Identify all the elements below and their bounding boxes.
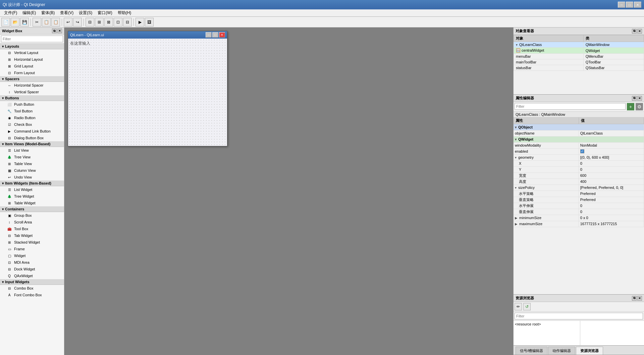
layout-v-button[interactable]: ⊞ — [95, 18, 104, 27]
resource-close-button[interactable]: ✕ — [637, 296, 642, 301]
prop-value-cell[interactable]: Preferred — [579, 197, 644, 203]
prop-value-cell[interactable]: 0 x 0 — [579, 215, 644, 221]
resource-float-button[interactable]: ⧉ — [632, 296, 637, 301]
widget-box-float-button[interactable]: ⧉ — [52, 29, 57, 33]
table-row[interactable]: enabled ✓ — [514, 148, 644, 154]
widget-item-list-view[interactable]: ☰ List View — [0, 147, 64, 154]
widget-item-dialog-button-box[interactable]: ⊟ Dialog Button Box — [0, 135, 64, 141]
widget-item-combo-box[interactable]: ⊟ Combo Box — [0, 285, 64, 292]
widget-item-grid-layout[interactable]: ⊠ Grid Layout — [0, 63, 64, 69]
table-row[interactable]: 🪟 centralWidget QWidget — [514, 48, 644, 54]
section-spacers[interactable]: Spacers — [0, 76, 64, 82]
section-item-views[interactable]: Item Views (Model-Based) — [0, 141, 64, 147]
widget-item-check-box[interactable]: ☑ Check Box — [0, 121, 64, 128]
widget-item-vertical-layout[interactable]: ⊟ Vertical Layout — [0, 49, 64, 56]
prop-value-cell[interactable]: 16777215 x 16777215 — [579, 221, 644, 227]
prop-value-cell[interactable]: ✓ — [579, 148, 644, 154]
widget-item-form-layout[interactable]: ⊡ Form Layout — [0, 69, 64, 76]
new-button[interactable]: 📄 — [1, 18, 10, 27]
undo-button[interactable]: ↩ — [64, 18, 72, 27]
prop-value-cell[interactable]: 0 — [579, 166, 644, 172]
widget-item-dock-widget[interactable]: ⊟ Dock Widget — [0, 266, 64, 272]
paste-button[interactable]: 📋 — [51, 18, 60, 27]
resource-edit-button[interactable]: ✏ — [515, 303, 522, 310]
save-button[interactable]: 💾 — [20, 18, 29, 27]
table-row[interactable]: objectName QtLearnClass — [514, 130, 644, 136]
widget-item-tab-widget[interactable]: ⊟ Tab Widget — [0, 232, 64, 239]
layout-h-button[interactable]: ⊟ — [86, 18, 94, 27]
layout-g-button[interactable]: ⊠ — [104, 18, 113, 27]
menu-item-s[interactable]: 设置(S) — [76, 9, 95, 16]
widget-item-push-button[interactable]: ⬜ Push Button — [0, 101, 64, 108]
widget-item-horizontal-spacer[interactable]: ↔ Horizontal Spacer — [0, 82, 64, 89]
widget-item-tree-widget[interactable]: 🌲 Tree Widget — [0, 193, 64, 200]
table-row[interactable]: mainToolBar QToolBar — [514, 59, 644, 65]
widget-item-table-view[interactable]: ⊞ Table View — [0, 160, 64, 167]
tab-resource-browser[interactable]: 资源浏览器 — [576, 347, 603, 355]
prop-value-cell[interactable]: Preferred — [579, 191, 644, 197]
design-canvas[interactable]: QtLearn - QtLearn.ui ─ □ ✕ 在这里输入 — [64, 28, 513, 355]
minimize-button[interactable]: ─ — [618, 2, 625, 8]
table-row[interactable]: ▾ QtLearnClass QMainWindow — [514, 42, 644, 48]
properties-add-button[interactable]: + — [627, 103, 634, 110]
prop-value-cell[interactable]: NonModal — [579, 142, 644, 148]
table-row[interactable]: X 0 — [514, 160, 644, 166]
tab-action-editor[interactable]: 动作编辑器 — [548, 347, 575, 355]
menu-item-b[interactable]: 窗体(B) — [39, 9, 57, 16]
table-row[interactable]: Y 0 — [514, 166, 644, 172]
widget-item-vertical-spacer[interactable]: ↕ Vertical Spacer — [0, 89, 64, 95]
widget-item-tree-view[interactable]: 🌲 Tree View — [0, 154, 64, 160]
widget-box-close-button[interactable]: ✕ — [57, 29, 62, 33]
widget-item-horizontal-layout[interactable]: ⊞ Horizontal Layout — [0, 56, 64, 63]
table-row[interactable]: 垂直伸展 0 — [514, 209, 644, 215]
obj-inspector-close-button[interactable]: ✕ — [637, 29, 642, 34]
redo-button[interactable]: ↪ — [73, 18, 82, 27]
widget-item-tool-box[interactable]: 🧰 Tool Box — [0, 225, 64, 232]
menu-item-f[interactable]: 文件(F) — [1, 9, 20, 16]
widget-box-filter-input[interactable] — [1, 36, 63, 42]
table-row[interactable]: 水平策略 Preferred — [514, 191, 644, 197]
properties-config-button[interactable]: ⚙ — [636, 103, 643, 110]
tab-signal-slot[interactable]: 信号/槽编辑器 — [516, 347, 547, 355]
widget-item-tool-button[interactable]: 🔧 Tool Button — [0, 108, 64, 114]
table-row[interactable]: 高度 400 — [514, 179, 644, 185]
maximize-button[interactable]: □ — [626, 2, 633, 8]
table-row[interactable]: ▾ geometry [(0, 0), 600 x 400] — [514, 154, 644, 160]
close-button[interactable]: ✕ — [634, 2, 641, 8]
widget-item-table-widget[interactable]: ⊞ Table Widget — [0, 200, 64, 206]
properties-float-button[interactable]: ⧉ — [632, 96, 637, 101]
widget-item-column-view[interactable]: ▦ Column View — [0, 167, 64, 174]
table-row[interactable]: 宽度 600 — [514, 172, 644, 179]
inner-minimize-button[interactable]: ─ — [206, 32, 212, 38]
prop-value-cell[interactable]: 0 — [579, 209, 644, 215]
section-input-widgets[interactable]: Input Widgets — [0, 279, 64, 285]
obj-inspector-float-button[interactable]: ⧉ — [632, 29, 637, 34]
prop-value-cell[interactable]: 400 — [579, 179, 644, 185]
table-row[interactable]: 水平伸展 0 — [514, 203, 644, 209]
widget-item-scroll-area[interactable]: ↕ Scroll Area — [0, 219, 64, 225]
section-layouts[interactable]: Layouts — [0, 44, 64, 49]
inner-window-content[interactable]: 在这里输入 — [68, 39, 227, 146]
preview-button[interactable]: ▶ — [136, 18, 144, 27]
prop-value-cell[interactable]: QtLearnClass — [579, 130, 644, 136]
layout-f-button[interactable]: ⊡ — [114, 18, 122, 27]
table-row[interactable]: ▾ sizePolicy [Preferred, Preferred, 0, 0… — [514, 185, 644, 191]
properties-filter-input[interactable] — [515, 103, 626, 110]
widget-item-font-combo-box[interactable]: A Font Combo Box — [0, 292, 64, 298]
prop-value-cell[interactable]: 600 — [579, 172, 644, 179]
inner-close-button[interactable]: ✕ — [219, 32, 225, 38]
menu-item-w[interactable]: 窗口(W) — [95, 9, 115, 16]
resource-filter-input[interactable] — [515, 313, 643, 319]
widget-item-radio-button[interactable]: ◉ Radio Button — [0, 114, 64, 121]
inner-maximize-button[interactable]: □ — [212, 32, 218, 38]
open-button[interactable]: 📂 — [11, 18, 19, 27]
widget-item-list-widget[interactable]: ☰ List Widget — [0, 186, 64, 193]
enabled-checkbox[interactable]: ✓ — [580, 149, 584, 153]
widget-item-command-link-button[interactable]: ▶ Command Link Button — [0, 128, 64, 135]
prop-value-cell[interactable]: 0 — [579, 160, 644, 166]
prop-value-cell[interactable]: 0 — [579, 203, 644, 209]
resource-refresh-button[interactable]: ↺ — [523, 303, 531, 310]
section-item-widgets[interactable]: Item Widgets (Item-Based) — [0, 181, 64, 186]
table-row[interactable]: windowModality NonModal — [514, 142, 644, 148]
prop-value-cell[interactable]: [Preferred, Preferred, 0, 0] — [579, 185, 644, 191]
